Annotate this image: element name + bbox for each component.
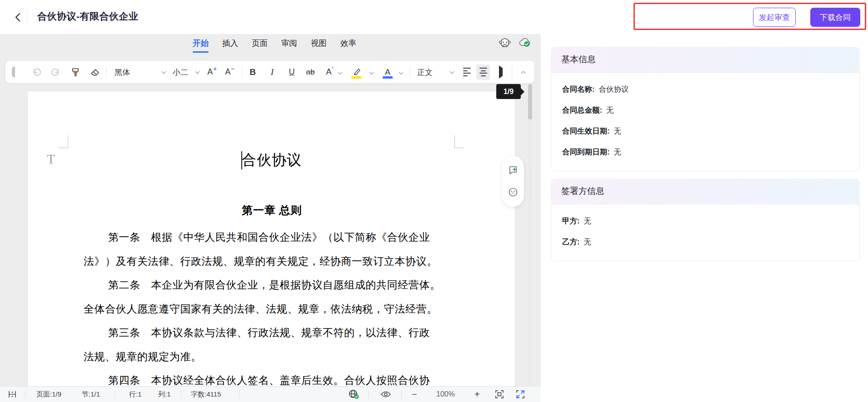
vertical-scrollbar-thumb[interactable] (528, 84, 532, 119)
parties-info-header: 签署方信息 (551, 179, 860, 204)
tab-review[interactable]: 审阅 (281, 38, 297, 53)
increase-font-button[interactable]: A+ (205, 65, 219, 80)
hide-whitespace-button[interactable] (7, 390, 17, 399)
font-family-select[interactable]: 黑体 (111, 67, 169, 77)
toolbar-collapse-left-icon[interactable] (12, 68, 15, 76)
font-color-dropdown[interactable] (399, 68, 403, 76)
parties-info-body: 甲方: 无 乙方: 无 (551, 204, 860, 261)
emoji-reaction-button[interactable] (506, 185, 520, 199)
info-value: 无 (606, 105, 614, 115)
status-separator (239, 390, 239, 398)
basic-info-header: 基本信息 (551, 47, 860, 72)
status-page-count: 页面:1/9 (36, 390, 61, 399)
collapse-toolbar-button[interactable] (516, 65, 530, 80)
basic-info-body: 合同名称: 合伙协议 合同总金额: 无 合同生效日期: 无 合同到期日期: 无 (551, 72, 860, 171)
contract-heading: 合伙协议 (84, 150, 460, 170)
chevron-down-icon (338, 70, 343, 74)
format-painter-button[interactable] (69, 65, 82, 80)
align-justify-button[interactable] (476, 65, 490, 80)
format-painter-icon (70, 67, 80, 77)
text-cursor-marker: T (47, 151, 55, 167)
info-label: 乙方: (562, 237, 580, 247)
zoom-in-button[interactable]: + (474, 389, 480, 400)
status-separator (368, 390, 369, 398)
clear-format-eraser-button[interactable] (88, 65, 102, 80)
status-section-count: 节:1/1 (82, 390, 100, 399)
bold-button[interactable]: B (246, 65, 259, 80)
chevron-down-icon (162, 69, 166, 74)
language-check-button[interactable] (348, 389, 360, 400)
tab-insert[interactable]: 插入 (222, 38, 238, 53)
download-contract-button[interactable]: 下载合同 (810, 8, 860, 27)
status-word-count: 字数:4115 (191, 390, 221, 399)
zoom-level[interactable]: 100% (436, 390, 455, 398)
font-color-button[interactable]: A (381, 65, 394, 80)
highlight-dropdown[interactable] (370, 68, 373, 76)
align-justify-icon (479, 68, 487, 76)
doc-line: 第二条 本企业为有限合伙企业，是根据协议自愿组成的共同经营体。 (84, 273, 465, 298)
chevron-down-icon (369, 70, 374, 74)
more-align-options-icon[interactable] (499, 68, 503, 76)
add-comment-icon (508, 165, 519, 176)
contract-editor-app: 合伙协议-有限合伙企业 发起审查 下载合同 开始 插入 页面 审阅 视图 效率 (0, 0, 868, 402)
back-button[interactable] (12, 11, 25, 24)
status-separator (181, 390, 181, 398)
paragraph-style-select[interactable]: 正文 (414, 67, 457, 77)
tab-page[interactable]: 页面 (252, 38, 268, 53)
chevron-down-icon (195, 69, 200, 74)
align-left-button[interactable] (460, 65, 474, 80)
document-page[interactable]: T 合伙协议 第一章 总则 第一条 根据《中华人民共和国合伙企业法》（以下简称《… (28, 91, 515, 402)
start-review-button[interactable]: 发起审查 (753, 8, 796, 27)
font-size-select[interactable]: 小二 (170, 67, 202, 77)
tab-efficiency[interactable]: 效率 (340, 38, 356, 53)
chevron-up-icon (521, 71, 525, 75)
status-column-number: 列:1 (158, 390, 171, 399)
italic-button[interactable]: I (265, 65, 279, 80)
text-effects-dropdown[interactable] (339, 68, 342, 76)
text-effects-button[interactable]: A' (323, 65, 336, 80)
page-position-tooltip: 1/9 (496, 84, 521, 99)
info-value: 无 (584, 237, 592, 247)
fullscreen-button[interactable] (515, 389, 525, 399)
decrease-font-button[interactable]: A− (223, 65, 236, 80)
font-color-swatch (383, 76, 393, 79)
assistant-mascot-icon[interactable] (498, 37, 512, 50)
info-value: 合伙协议 (599, 84, 629, 94)
eye-icon (380, 390, 392, 399)
fit-page-button[interactable] (494, 389, 504, 399)
smiley-icon (508, 187, 519, 198)
undo-button[interactable] (30, 65, 44, 80)
highlight-color-button[interactable] (349, 65, 363, 80)
document-body: 第一条 根据《中华人民共和国合伙企业法》（以下简称《合伙企业 法》）及有关法律、… (84, 226, 465, 393)
tab-home[interactable]: 开始 (193, 38, 209, 53)
formatting-toolbar: 黑体 小二 A+ A− B I U ab A' (5, 61, 534, 83)
fit-page-icon (494, 389, 504, 399)
info-value: 无 (614, 147, 622, 157)
info-row: 合同生效日期: 无 (562, 121, 848, 142)
add-comment-button[interactable] (506, 164, 520, 177)
status-separator (401, 390, 402, 398)
underline-button[interactable]: U (285, 65, 299, 80)
info-label: 甲方: (562, 216, 580, 226)
margin-corner-mark (58, 135, 68, 148)
zoom-out-button[interactable]: − (412, 389, 417, 400)
chevron-down-icon (450, 69, 454, 74)
vertical-scrollbar-track[interactable] (528, 84, 532, 386)
cloud-saved-icon[interactable] (518, 37, 532, 49)
info-row: 乙方: 无 (562, 232, 848, 253)
ribbon-right-icons (498, 37, 532, 50)
status-bar: 页面:1/9 节:1/1 行:1 列:1 字数:4115 (0, 386, 541, 402)
tab-view[interactable]: 视图 (311, 38, 327, 53)
redo-button[interactable] (49, 65, 62, 80)
toolbar-separator (512, 66, 512, 78)
chevron-down-icon (399, 70, 404, 74)
doc-line: 法》）及有关法律、行政法规、规章的有关规定，经协商一致订立本协议。 (84, 250, 465, 274)
editor-area: 开始 插入 页面 审阅 视图 效率 (0, 34, 541, 402)
margin-corner-mark (454, 135, 464, 148)
ribbon-tabs: 开始 插入 页面 审阅 视图 效率 (193, 38, 356, 53)
status-separator (25, 390, 25, 398)
eraser-icon (90, 67, 100, 77)
read-mode-button[interactable] (380, 390, 392, 399)
strikethrough-button[interactable]: ab (304, 65, 317, 80)
header: 合伙协议-有限合伙企业 发起审查 下载合同 (0, 0, 868, 34)
